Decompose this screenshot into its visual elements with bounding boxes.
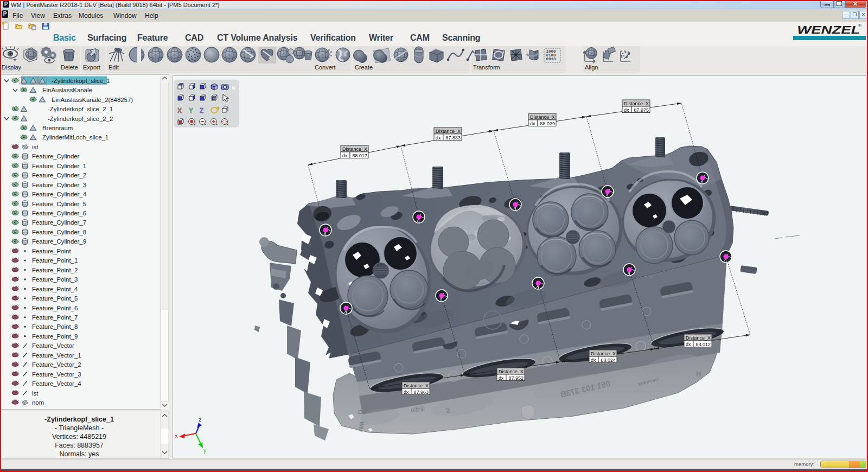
svg-text:Feature_Vector_1: Feature_Vector_1 <box>32 352 81 359</box>
svg-text:Distance_X: Distance_X <box>686 335 711 341</box>
svg-text:Feature_Cylinder_8: Feature_Cylinder_8 <box>32 229 86 235</box>
svg-text:dx: dx <box>624 107 629 113</box>
svg-text:Feature_Point_8: Feature_Point_8 <box>32 323 78 330</box>
svg-text:®: ® <box>858 23 861 28</box>
svg-text:0010: 0010 <box>546 57 557 61</box>
svg-text:Brennraum: Brennraum <box>42 125 73 131</box>
svg-text:z: z <box>199 416 202 423</box>
svg-text:Feature_Cylinder_9: Feature_Cylinder_9 <box>32 238 86 245</box>
svg-text:87.963: 87.963 <box>413 390 429 395</box>
svg-text:y: y <box>203 447 207 454</box>
svg-text:Feature_Point_4: Feature_Point_4 <box>32 286 78 292</box>
svg-text:Feature_Cylinder_1: Feature_Cylinder_1 <box>32 163 86 169</box>
svg-text:Distance_X: Distance_X <box>591 351 616 356</box>
svg-text:dx: dx <box>591 358 596 363</box>
svg-text:Distance_X: Distance_X <box>624 101 649 106</box>
svg-text:Feature_Cylinder_5: Feature_Cylinder_5 <box>32 201 86 207</box>
svg-text:Feature_Point_5: Feature_Point_5 <box>32 295 78 302</box>
svg-text:Feature_Cylinder_3: Feature_Cylinder_3 <box>32 182 86 188</box>
svg-text:Feature_Cylinder_2: Feature_Cylinder_2 <box>32 172 86 178</box>
svg-text:Feature_Vector_3: Feature_Vector_3 <box>32 371 81 378</box>
svg-text:88.017: 88.017 <box>352 153 367 158</box>
svg-text:Feature_Point: Feature_Point <box>32 248 71 254</box>
svg-text:88.012: 88.012 <box>695 342 711 347</box>
svg-text:WENZEL: WENZEL <box>797 23 860 36</box>
svg-text:Feature_Cylinder_6: Feature_Cylinder_6 <box>32 210 86 216</box>
svg-text:dx: dx <box>342 153 348 158</box>
svg-text:ist: ist <box>32 390 39 397</box>
svg-text:nom: nom <box>32 399 44 406</box>
svg-text:Distance_X: Distance_X <box>530 114 555 120</box>
svg-text:Feature_Vector_2: Feature_Vector_2 <box>32 361 81 368</box>
svg-text:Distance_X: Distance_X <box>436 129 461 134</box>
svg-text:H: H <box>696 370 701 378</box>
svg-text:-Zylinderkopf_slice_2_1: -Zylinderkopf_slice_2_1 <box>48 106 113 112</box>
svg-text:EinAuslassKanäle: EinAuslassKanäle <box>42 87 92 93</box>
svg-text:Feature_Point_9: Feature_Point_9 <box>32 333 78 340</box>
svg-text:Feature_Vector: Feature_Vector <box>32 342 74 349</box>
svg-text:x: x <box>175 432 178 439</box>
svg-text:Feature_Point_7: Feature_Point_7 <box>32 314 78 321</box>
svg-text:ist: ist <box>32 144 39 150</box>
svg-text:Feature_Cylinder: Feature_Cylinder <box>32 153 80 160</box>
svg-text:88.024: 88.024 <box>601 358 616 363</box>
svg-text:20: 20 <box>445 407 451 413</box>
svg-text:Distance_X: Distance_X <box>404 383 429 388</box>
svg-text:Feature_Vector_4: Feature_Vector_4 <box>32 380 81 387</box>
svg-text:«: « <box>232 83 236 92</box>
svg-text:87.883: 87.883 <box>445 135 461 141</box>
svg-text:dx: dx <box>686 342 691 347</box>
svg-text:Y: Y <box>189 107 193 114</box>
svg-text:dx: dx <box>404 390 409 395</box>
svg-text:-Zylinderkopf_slice_1: -Zylinderkopf_slice_1 <box>52 78 110 84</box>
svg-text:dx: dx <box>499 375 504 381</box>
svg-text:Z: Z <box>200 107 203 114</box>
svg-text:X: X <box>177 107 182 114</box>
svg-text:Feature_Point_3: Feature_Point_3 <box>32 276 78 283</box>
svg-text:Distance_X: Distance_X <box>499 369 524 374</box>
svg-text:Feature_Point_6: Feature_Point_6 <box>32 305 78 311</box>
svg-text:dx: dx <box>530 121 535 126</box>
svg-text:Feature_Point_1: Feature_Point_1 <box>32 257 78 264</box>
svg-text:88.029: 88.029 <box>540 121 555 126</box>
svg-text:-Zylinderkopf_slice_2_2: -Zylinderkopf_slice_2_2 <box>48 116 113 122</box>
svg-text:Feature_Cylinder_7: Feature_Cylinder_7 <box>32 219 86 226</box>
svg-text:dx: dx <box>436 135 441 141</box>
svg-text:Feature_Point_2: Feature_Point_2 <box>32 267 78 273</box>
svg-text:Distance_X: Distance_X <box>342 146 367 152</box>
svg-text:Feature_Cylinder_4: Feature_Cylinder_4 <box>32 191 86 197</box>
svg-text:87.952: 87.952 <box>508 375 524 381</box>
svg-text:EinAuslassKanäle_2(848257): EinAuslassKanäle_2(848257) <box>52 97 133 103</box>
svg-text:ZylinderMitLoch_slice_1: ZylinderMitLoch_slice_1 <box>42 134 108 141</box>
svg-text:87.975: 87.975 <box>634 107 649 113</box>
